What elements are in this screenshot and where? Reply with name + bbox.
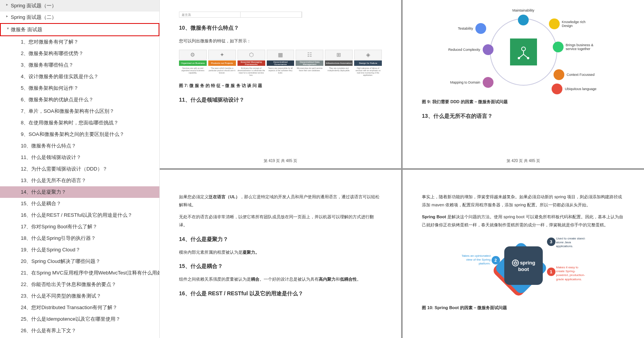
ddd-label: Testability: [458, 27, 473, 30]
svg-point-5: [527, 57, 529, 59]
outline-item[interactable]: 4、设计微服务的最佳实践是什么？: [0, 71, 159, 82]
ddd-label: Context Focussed: [567, 73, 595, 77]
badge-1: 1: [547, 268, 555, 276]
feature-icon: ⚙: [179, 50, 207, 60]
spring-boot-diagram: ⏻spring boot Takes an opinionated view o…: [460, 233, 587, 298]
page-footer: 第 420 页 共 485 页: [403, 158, 644, 164]
outline-item[interactable]: 17、你对Spring Boot有什么了解？: [0, 221, 159, 233]
heading-15: 15、什么是耦合？: [179, 263, 382, 270]
figure-caption-7: 图 7: 微 服 务 的 特 征 – 微 服 务 访 谈 问 题: [179, 82, 382, 90]
outline-item[interactable]: 18、什么是Spring引导的执行器？: [0, 233, 159, 244]
ddd-circle-icon: [552, 84, 562, 94]
outline-item[interactable]: Spring 面试题（一）: [0, 0, 159, 12]
ddd-node: Brings business & service together: [553, 42, 601, 52]
outline-item[interactable]: 16、什么是REST / RESTful以及它的用途是什么？: [0, 209, 159, 221]
page-footer: 第 419 页 共 485 页: [160, 158, 401, 164]
paragraph: 事实上，随着新功能的增加，弹簧变得越来越复杂。如果必须启动新的 spring 项…: [422, 193, 625, 209]
outline-item[interactable]: 23、什么是不同类型的微服务测试？: [0, 290, 159, 302]
paragraph: 无处不在的语言必须非常清晰，以便它将所有团队成员放在同一页面上，并以机器可以理解…: [179, 213, 382, 229]
page-419: 是主流 10、微服务有什么特点？ 您可以列出微服务的特征，如下所示： ⚙Orga…: [160, 0, 401, 168]
outline-item[interactable]: 5、微服务架构如何运作？: [0, 82, 159, 94]
feature-icon: ◈: [354, 50, 382, 60]
ddd-label: Maintainability: [512, 8, 534, 12]
outline-item[interactable]: 21、在Spring MVC应用程序中使用WebMvcTest注释有什么用处？: [0, 267, 159, 279]
feature-box: ⊞Infrastructure AutomationThey are compl…: [325, 50, 353, 76]
paragraph: 组件之间依赖关系强度的度量被认为是耦合。一个好的设计总是被认为具有高内聚力和低耦…: [179, 275, 382, 283]
outline-item[interactable]: 20、Spring Cloud解决了哪些问题？: [0, 256, 159, 267]
outline-item[interactable]: 8、在使用微服务架构时，您面临哪些挑战？: [0, 117, 159, 129]
feature-label: Essential Messaging Frameworks: [238, 60, 265, 66]
spring-label-1: Makes it easy to create Spring-powered, …: [556, 266, 587, 282]
feature-desc: Services are split up and organized arou…: [179, 67, 207, 74]
outline-item[interactable]: 13、什么是无所不在的语言？: [0, 175, 159, 186]
paragraph: 您可以列出微服务的特征，如下所示：: [179, 37, 382, 45]
outline-item[interactable]: 9、SOA和微服务架构之间的主要区别是什么？: [0, 129, 159, 140]
ddd-circle-icon: [475, 23, 486, 34]
feature-box: ✦Products not ProjectsThe team which han…: [208, 50, 236, 76]
svg-point-4: [518, 57, 520, 59]
feature-icon: ▦: [267, 50, 294, 60]
ddd-node: Reduced Complexity: [448, 44, 493, 55]
ddd-label: Reduced Complexity: [448, 48, 480, 52]
page-420: MaintainabilityKnowledge rich DesignBrin…: [403, 0, 644, 168]
feature-desc: Embrace the concept of decentralization …: [238, 67, 265, 76]
outline-item[interactable]: 微服务 面试题: [0, 23, 159, 36]
paragraph: 如果您必须定义泛在语言（UL），那么它是特定域的开发人员和用户使用的通用语言，通…: [179, 193, 382, 209]
heading-13: 13、什么是无所不在的语言？: [422, 113, 625, 120]
feature-icon: ☷: [296, 50, 323, 60]
feature-desc: The team which handles a particular prod…: [208, 67, 236, 74]
outline-item[interactable]: 26、什么是有界上下文？: [0, 325, 159, 336]
outline-item[interactable]: 1、您对微服务有何了解？: [0, 36, 159, 48]
feature-desc: High tolerance of failure of services wi…: [354, 67, 382, 76]
outline-item[interactable]: Spring 面试题（二）: [0, 12, 159, 23]
heading-11: 11、什么是领域驱动设计？: [179, 97, 382, 104]
heading-14: 14、什么是凝聚力？: [179, 236, 382, 243]
figure-caption-10: 图 10: Spring Boot 的因素 – 微服务面试问题: [422, 304, 625, 312]
heading-10: 10、微服务有什么特点？: [179, 25, 382, 32]
ddd-circle-icon: [553, 42, 564, 52]
feature-icon: ✦: [208, 50, 236, 60]
badge-2: 2: [492, 256, 500, 264]
feature-box: ☷Decentralized Data ManagementMicroservi…: [296, 50, 323, 76]
table-cell: 是主流: [179, 12, 241, 17]
outline-item[interactable]: 11、什么是领域驱动设计？: [0, 152, 159, 163]
spring-logo-stack: ⏻spring boot: [496, 238, 550, 293]
spring-label-2: Takes an opinionated view of the Spring …: [460, 254, 491, 266]
ddd-center-icon: [510, 38, 537, 65]
outline-item[interactable]: 3、微服务有哪些特点？: [0, 59, 159, 71]
outline-item[interactable]: 7、单片，SOA和微服务架构有什么区别？: [0, 105, 159, 117]
feature-label: Decentralized Data Management: [296, 60, 323, 66]
page-422: 事实上，随着新功能的增加，弹簧变得越来越复杂。如果必须启动新的 spring 项…: [403, 170, 644, 338]
feature-box: ⚙Organized on BusinessServices are split…: [179, 50, 207, 76]
outline-item[interactable]: 25、什么是Idempotence以及它在哪里使用？: [0, 313, 159, 325]
ddd-label: Knowledge rich Design: [562, 20, 597, 28]
outline-item[interactable]: 14、什么是凝聚力？: [0, 186, 159, 198]
ddd-node: Maintainability: [512, 8, 534, 25]
badge-3: 3: [547, 238, 555, 246]
outline-item[interactable]: 22、你能否给出关于休息和微服务的要点？: [0, 279, 159, 290]
outline-item[interactable]: 15、什么是耦合？: [0, 198, 159, 209]
ddd-diagram: MaintainabilityKnowledge rich DesignBrin…: [462, 12, 585, 92]
outline-sidebar[interactable]: Spring 面试题（一）Spring 面试题（二）微服务 面试题1、您对微服务…: [0, 0, 160, 338]
feature-label: Organized on Business: [179, 60, 207, 66]
ddd-node: Context Focussed: [554, 69, 595, 80]
feature-label: Infrastructure Automation: [325, 60, 353, 66]
feature-box: ▦Decentralized GovernanceTeams are respo…: [267, 50, 294, 76]
ddd-circle-icon: [483, 44, 493, 55]
ddd-circle-icon: [554, 69, 564, 80]
outline-item[interactable]: 12、为什么需要域驱动设计（DDD）？: [0, 163, 159, 175]
page-421: 如果您必须定义泛在语言（UL），那么它是特定域的开发人员和用户使用的通用语言，通…: [160, 170, 401, 338]
feature-icon: ⬡: [238, 50, 265, 60]
feature-icon: ⊞: [325, 50, 353, 60]
outline-item[interactable]: 10、微服务有什么特点？: [0, 140, 159, 152]
app-root: Spring 面试题（一）Spring 面试题（二）微服务 面试题1、您对微服务…: [0, 0, 644, 338]
outline-item[interactable]: 24、您对Distributed Transaction有何了解？: [0, 302, 159, 313]
outline-item[interactable]: 6、微服务架构的优缺点是什么？: [0, 94, 159, 105]
outline-item[interactable]: 19、什么是Spring Cloud？: [0, 244, 159, 256]
features-diagram: ⚙Organized on BusinessServices are split…: [179, 50, 382, 76]
ddd-circle-icon: [518, 15, 529, 25]
svg-point-0: [522, 47, 525, 51]
outline-item[interactable]: 2、微服务架构有哪些优势？: [0, 48, 159, 59]
paragraph: 模块内部元素所属的程度被认为是凝聚力。: [179, 248, 382, 256]
spring-label-3: Used to create stand-alone Java applicat…: [556, 237, 587, 249]
